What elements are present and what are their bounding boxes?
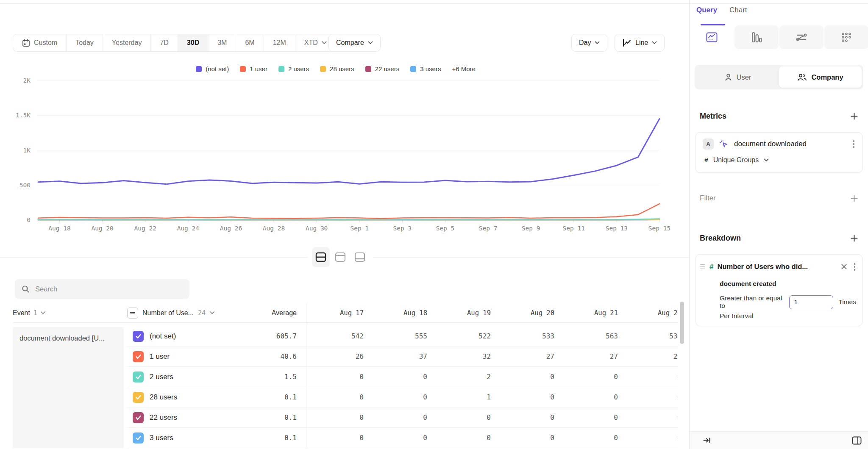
breakdown-menu-button[interactable] (852, 261, 857, 272)
select-all-checkbox[interactable] (127, 308, 138, 319)
tab-query[interactable]: Query (696, 6, 717, 14)
chart-type-dropdown[interactable]: Line (615, 34, 665, 52)
breakdown-event-name: document created (720, 280, 776, 288)
cell-value: 563 (560, 332, 624, 340)
layout-split-button[interactable] (312, 247, 330, 267)
close-icon[interactable] (840, 263, 849, 270)
legend-swatch (320, 66, 326, 72)
date-range-today[interactable]: Today (67, 34, 103, 51)
series-label[interactable]: 3 users (150, 434, 173, 442)
event-cell[interactable]: document downloaded [U... (13, 327, 124, 448)
chevron-down-icon[interactable] (210, 311, 214, 314)
layout-chart-only-button[interactable] (331, 247, 349, 267)
add-filter-button[interactable] (850, 194, 858, 202)
series-checkbox[interactable] (133, 331, 144, 342)
date-range-6m[interactable]: 6M (236, 34, 264, 51)
series-checkbox[interactable] (133, 371, 144, 382)
entity-company[interactable]: Company (779, 67, 862, 88)
cell-value: 555 (370, 332, 433, 340)
series-checkbox[interactable] (133, 351, 144, 362)
date-range-30d[interactable]: 30D (178, 34, 209, 51)
date-column-header[interactable]: Aug 18 (370, 309, 433, 317)
date-column-header[interactable]: Aug 22 (624, 309, 678, 317)
cell-value: 26 (306, 352, 370, 360)
granularity-label: Day (579, 39, 591, 47)
cell-value: 37 (370, 352, 433, 360)
date-column-header[interactable]: Aug 21 (560, 309, 624, 317)
svg-text:0: 0 (27, 216, 31, 223)
condition-label[interactable]: Greater than or equal to (720, 294, 784, 310)
breakdown-card-title[interactable]: Number of Users who did... (717, 263, 835, 271)
legend-item[interactable]: 22 users (365, 65, 400, 72)
charttype-bar-tab[interactable] (734, 25, 779, 49)
legend-item[interactable]: 28 users (320, 65, 354, 72)
legend-item[interactable]: 3 users (410, 65, 441, 72)
event-header-label: Event (13, 309, 30, 317)
entity-toggle: User Company (695, 65, 863, 89)
date-range-yesterday[interactable]: Yesterday (103, 34, 151, 51)
charttype-grid-tab[interactable] (824, 25, 868, 49)
per-interval-label[interactable]: Per Interval (720, 312, 753, 320)
svg-text:Aug 26: Aug 26 (220, 225, 242, 232)
add-metric-button[interactable] (850, 112, 858, 120)
metric-menu-button[interactable] (851, 139, 857, 150)
cell-value: 0 (624, 373, 678, 381)
table-body: (not set)605.75425555225335635301 user40… (127, 326, 678, 448)
event-cursor-icon (719, 139, 729, 149)
cell-value: 0 (433, 413, 497, 421)
series-label[interactable]: 2 users (150, 373, 173, 381)
metric-aggregation[interactable]: # Unique Groups (704, 156, 769, 164)
date-range-3m[interactable]: 3M (209, 34, 236, 51)
date-column-header[interactable]: Aug 17 (306, 309, 370, 317)
series-header-label: Number of Use... (142, 309, 194, 317)
cell-value: 0 (624, 413, 678, 421)
svg-text:2K: 2K (23, 77, 31, 84)
line-chart-icon (622, 39, 632, 47)
compare-button[interactable]: Compare (328, 34, 381, 52)
cell-value: 27 (560, 352, 624, 360)
charttype-flow-tab[interactable] (779, 25, 823, 49)
entity-user[interactable]: User (696, 67, 779, 88)
series-label[interactable]: (not set) (150, 332, 176, 341)
cell-value: 0 (560, 413, 624, 421)
drag-handle-icon[interactable] (699, 263, 706, 270)
collapse-panel-icon[interactable] (703, 437, 711, 444)
average-column-header[interactable]: Average (237, 309, 297, 317)
series-checkbox[interactable] (133, 412, 144, 423)
event-column-header[interactable]: Event 1 (13, 309, 127, 317)
chart-type-tabs (690, 25, 868, 49)
granularity-dropdown[interactable]: Day (571, 34, 607, 52)
series-label[interactable]: 22 users (150, 413, 177, 422)
date-range-7d[interactable]: 7D (151, 34, 178, 51)
condition-value-input[interactable] (789, 295, 833, 309)
cell-value: 0 (433, 434, 497, 442)
charttype-line-tab[interactable] (690, 25, 734, 49)
chevron-down-icon (41, 311, 45, 314)
legend-item[interactable]: (not set) (196, 65, 229, 72)
legend-swatch (196, 66, 202, 72)
panel-layout-icon[interactable] (852, 436, 862, 445)
legend-more[interactable]: +6 More (452, 65, 475, 72)
svg-text:Sep 11: Sep 11 (563, 225, 585, 232)
tab-chart[interactable]: Chart (729, 6, 747, 14)
cell-value: 0 (370, 373, 433, 381)
table-scrollbar[interactable] (680, 302, 684, 344)
add-breakdown-button[interactable] (850, 234, 858, 242)
search-input[interactable] (35, 285, 183, 293)
date-range-12m[interactable]: 12M (264, 34, 295, 51)
legend-item[interactable]: 2 users (278, 65, 309, 72)
series-label[interactable]: 1 user (150, 352, 170, 361)
cell-value: 0 (306, 373, 370, 381)
date-column-header[interactable]: Aug 20 (497, 309, 560, 317)
date-column-header[interactable]: Aug 19 (433, 309, 497, 317)
series-checkbox[interactable] (133, 392, 144, 403)
layout-table-only-button[interactable] (351, 247, 369, 267)
series-checkbox[interactable] (133, 432, 144, 443)
metric-event-name[interactable]: document downloaded (734, 140, 846, 148)
legend-item[interactable]: 1 user (240, 65, 267, 72)
legend-swatch (278, 66, 284, 72)
date-range-custom[interactable]: Custom (13, 34, 67, 51)
cell-value: 530 (624, 332, 678, 340)
grid-dots-icon (841, 32, 851, 42)
series-label[interactable]: 28 users (150, 393, 177, 402)
